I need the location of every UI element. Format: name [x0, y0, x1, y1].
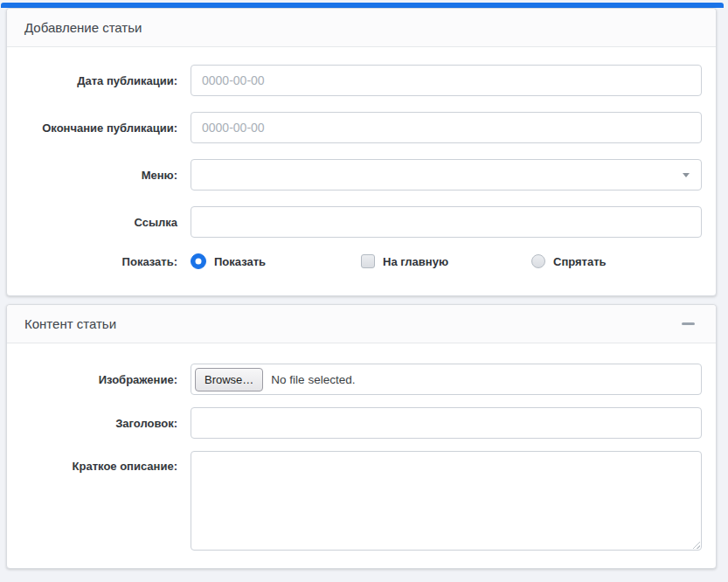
menu-control — [191, 159, 702, 191]
menu-label: Меню: — [28, 169, 191, 182]
title-control — [191, 407, 702, 439]
browse-button[interactable]: Browse… — [195, 368, 263, 391]
show-label: Показать: — [28, 255, 191, 268]
option-main-page[interactable]: На главную — [361, 254, 531, 268]
radio-hide-icon[interactable] — [531, 254, 545, 268]
form-row-menu: Меню: — [28, 159, 702, 191]
panel-add-title: Добавление статьи — [24, 20, 142, 35]
image-file-input[interactable]: Browse… No file selected. — [191, 364, 702, 395]
option-hide-label: Спрятать — [553, 255, 607, 268]
menu-select[interactable] — [191, 159, 702, 191]
panel-content-title: Контент статьи — [24, 316, 116, 331]
form-row-link: Ссылка — [28, 206, 702, 238]
link-control — [191, 206, 702, 238]
publish-date-input[interactable] — [191, 65, 702, 96]
option-show[interactable]: Показать — [191, 253, 361, 269]
image-label: Изображение: — [28, 373, 191, 386]
description-textarea[interactable] — [191, 451, 702, 551]
show-options: Показать На главную Спрятать — [191, 253, 702, 269]
panel-add-body: Дата публикации: Окончание публикации: М… — [7, 47, 716, 295]
form-row-description: Краткое описание: — [28, 451, 702, 551]
chevron-down-icon — [683, 173, 690, 177]
option-hide[interactable]: Спрятать — [531, 254, 702, 268]
title-label: Заголовок: — [28, 417, 191, 430]
form-row-publish-date: Дата публикации: — [28, 65, 702, 96]
panel-content-body: Изображение: Browse… No file selected. З… — [7, 343, 716, 568]
publish-end-control — [191, 112, 702, 143]
form-row-image: Изображение: Browse… No file selected. — [28, 364, 702, 395]
panel-article-content: Контент статьи Изображение: Browse… No f… — [6, 304, 717, 569]
option-show-label: Показать — [214, 255, 266, 268]
publish-end-input[interactable] — [191, 112, 702, 143]
panel-content-header: Контент статьи — [7, 305, 716, 343]
form-row-publish-end: Окончание публикации: — [28, 112, 702, 143]
link-input[interactable] — [191, 206, 702, 238]
form-row-title: Заголовок: — [28, 407, 702, 439]
page: Добавление статьи Дата публикации: Оконч… — [0, 3, 728, 582]
form-row-show: Показать: Показать На главную Спрятать — [28, 253, 702, 269]
option-main-page-label: На главную — [383, 255, 448, 268]
title-input[interactable] — [191, 407, 702, 439]
panel-add-article: Добавление статьи Дата публикации: Оконч… — [6, 8, 717, 296]
publish-end-label: Окончание публикации: — [28, 121, 191, 135]
publish-date-label: Дата публикации: — [28, 74, 191, 87]
collapse-minus-icon[interactable] — [682, 322, 695, 325]
description-control — [191, 451, 702, 551]
link-label: Ссылка — [28, 216, 191, 229]
checkbox-main-page-icon[interactable] — [361, 254, 375, 268]
image-control: Browse… No file selected. — [191, 364, 702, 395]
radio-show-icon[interactable] — [191, 253, 206, 269]
description-label: Краткое описание: — [28, 460, 191, 473]
panel-add-header: Добавление статьи — [7, 9, 716, 47]
publish-date-control — [191, 65, 702, 96]
file-status-text: No file selected. — [271, 373, 355, 386]
